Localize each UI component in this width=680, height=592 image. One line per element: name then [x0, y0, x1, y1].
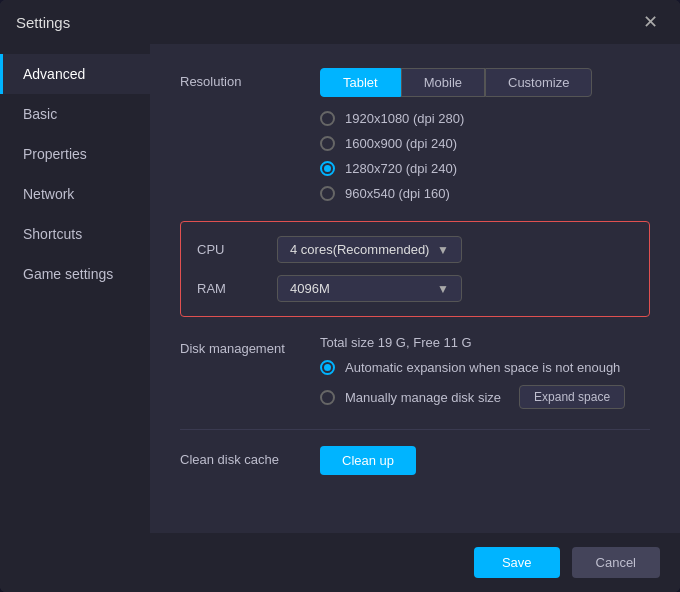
dialog-body: Advanced Basic Properties Network Shortc… — [0, 44, 680, 533]
dialog-title: Settings — [16, 14, 70, 31]
resolution-tab-group: Tablet Mobile Customize — [320, 68, 650, 97]
save-button[interactable]: Save — [474, 547, 560, 578]
disk-label: Disk management — [180, 335, 320, 356]
cpu-row: CPU 4 cores(Recommended) ▼ — [197, 236, 633, 263]
disk-section: Disk management Total size 19 G, Free 11… — [180, 335, 650, 409]
settings-dialog: Settings ✕ Advanced Basic Properties Net… — [0, 0, 680, 592]
resolution-option-540[interactable]: 960x540 (dpi 160) — [320, 186, 650, 201]
sidebar-item-properties[interactable]: Properties — [0, 134, 150, 174]
ram-dropdown[interactable]: 4096M ▼ — [277, 275, 462, 302]
sidebar: Advanced Basic Properties Network Shortc… — [0, 44, 150, 533]
disk-options: Automatic expansion when space is not en… — [320, 360, 650, 409]
sidebar-item-network[interactable]: Network — [0, 174, 150, 214]
ram-label: RAM — [197, 281, 277, 296]
cpu-ram-box: CPU 4 cores(Recommended) ▼ RAM 4096M ▼ — [180, 221, 650, 317]
clean-content: Clean up — [320, 446, 650, 475]
divider — [180, 429, 650, 430]
resolution-label: Resolution — [180, 68, 320, 89]
resolution-section: Resolution Tablet Mobile Customize 1920x… — [180, 68, 650, 201]
cancel-button[interactable]: Cancel — [572, 547, 660, 578]
radio-720 — [320, 161, 335, 176]
sidebar-item-advanced[interactable]: Advanced — [0, 54, 150, 94]
radio-1080 — [320, 111, 335, 126]
sidebar-item-game-settings[interactable]: Game settings — [0, 254, 150, 294]
disk-manual-option[interactable]: Manually manage disk size Expand space — [320, 385, 650, 409]
resolution-options: 1920x1080 (dpi 280) 1600x900 (dpi 240) 1… — [320, 111, 650, 201]
clean-section: Clean disk cache Clean up — [180, 446, 650, 475]
sidebar-item-shortcuts[interactable]: Shortcuts — [0, 214, 150, 254]
ram-dropdown-arrow: ▼ — [437, 282, 449, 296]
cpu-dropdown[interactable]: 4 cores(Recommended) ▼ — [277, 236, 462, 263]
resolution-option-900[interactable]: 1600x900 (dpi 240) — [320, 136, 650, 151]
tab-tablet[interactable]: Tablet — [320, 68, 401, 97]
cpu-label: CPU — [197, 242, 277, 257]
radio-900 — [320, 136, 335, 151]
disk-info: Total size 19 G, Free 11 G — [320, 335, 650, 350]
resolution-option-720[interactable]: 1280x720 (dpi 240) — [320, 161, 650, 176]
expand-space-button[interactable]: Expand space — [519, 385, 625, 409]
disk-auto-option[interactable]: Automatic expansion when space is not en… — [320, 360, 650, 375]
sidebar-item-basic[interactable]: Basic — [0, 94, 150, 134]
resolution-content: Tablet Mobile Customize 1920x1080 (dpi 2… — [320, 68, 650, 201]
tab-mobile[interactable]: Mobile — [401, 68, 485, 97]
cpu-dropdown-arrow: ▼ — [437, 243, 449, 257]
disk-manual-radio — [320, 390, 335, 405]
cleanup-button[interactable]: Clean up — [320, 446, 416, 475]
radio-540 — [320, 186, 335, 201]
disk-auto-radio — [320, 360, 335, 375]
ram-row: RAM 4096M ▼ — [197, 275, 633, 302]
resolution-option-1080[interactable]: 1920x1080 (dpi 280) — [320, 111, 650, 126]
dialog-footer: Save Cancel — [0, 533, 680, 592]
clean-label: Clean disk cache — [180, 446, 320, 467]
close-button[interactable]: ✕ — [637, 11, 664, 33]
tab-customize[interactable]: Customize — [485, 68, 592, 97]
main-content: Resolution Tablet Mobile Customize 1920x… — [150, 44, 680, 533]
disk-content: Total size 19 G, Free 11 G Automatic exp… — [320, 335, 650, 409]
title-bar: Settings ✕ — [0, 0, 680, 44]
